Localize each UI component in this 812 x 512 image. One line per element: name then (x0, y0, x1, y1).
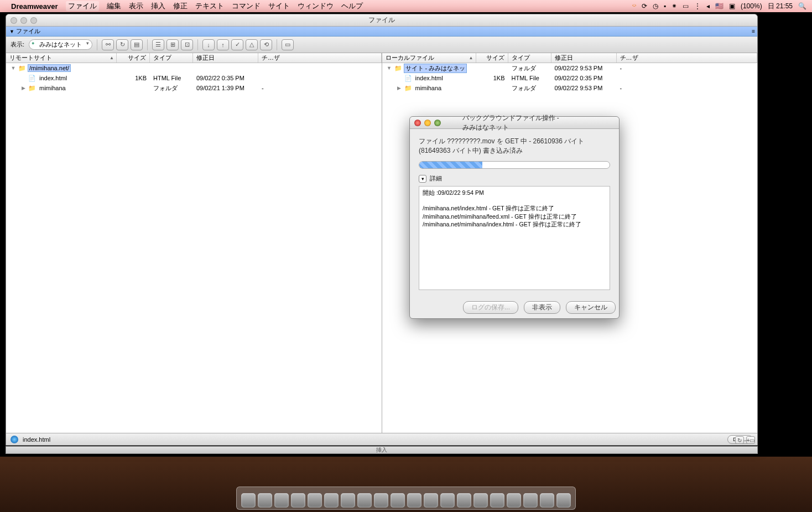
view-list-button[interactable]: ☰ (152, 39, 164, 50)
menu-edit[interactable]: 編集 (107, 1, 121, 11)
table-row[interactable]: ▼ 📁 /mimihana.net/ (6, 63, 382, 73)
dock-item[interactable] (473, 493, 488, 508)
status-refresh-icon[interactable]: ↻ (735, 436, 744, 444)
disclosure-icon[interactable]: ▶ (20, 85, 26, 91)
dock-item[interactable] (291, 493, 305, 508)
flag-icon[interactable]: 🇺🇸 (715, 2, 723, 10)
connect-button[interactable]: ⚯ (102, 39, 114, 50)
col-name[interactable]: ローカルファイル (382, 53, 476, 63)
expand-button[interactable]: ▭ (282, 39, 294, 50)
view-tree-button[interactable]: ⊡ (181, 39, 193, 50)
sync-icon[interactable]: ⟳ (642, 2, 647, 10)
col-modified[interactable]: 修正日 (551, 53, 617, 63)
col-size[interactable]: サイズ (476, 53, 508, 63)
display-icon[interactable]: ▭ (683, 2, 689, 10)
dock-item[interactable] (308, 493, 322, 508)
disclosure-icon[interactable]: ▶ (397, 85, 402, 91)
close-icon[interactable] (414, 120, 421, 126)
clock-icon[interactable]: ◷ (653, 2, 658, 10)
checkout-button[interactable]: ✓ (231, 39, 243, 50)
dock-item[interactable] (324, 493, 339, 508)
bluetooth-icon[interactable]: ⁕ (672, 2, 677, 10)
put-button[interactable]: ↑ (217, 39, 229, 50)
app-name[interactable]: Dreamweaver (11, 2, 58, 11)
col-checked[interactable]: チ…ザ (617, 53, 758, 63)
table-row[interactable]: 📄 index.html 1KB HTML File 09/02/22 0:35… (382, 73, 758, 83)
disclosure-icon[interactable]: ▼ (9, 29, 14, 34)
cancel-button[interactable]: キャンセル (566, 301, 616, 314)
dock-item[interactable] (258, 493, 272, 508)
status-icon[interactable]: ▪ (664, 2, 666, 10)
insert-panel-collapsed[interactable]: 挿入 (6, 446, 758, 454)
zoom-icon[interactable] (434, 120, 441, 126)
checkin-button[interactable]: △ (246, 39, 258, 50)
dock-item[interactable] (556, 493, 571, 508)
wifi-icon[interactable]: ⌔ (632, 2, 636, 10)
file-icon: 📄 (28, 74, 37, 82)
site-select[interactable]: みみはなネット (29, 39, 92, 50)
battery-icon[interactable]: ▣ (729, 2, 735, 10)
panel-header[interactable]: ▼ ファイル ≡ (6, 27, 757, 37)
table-row[interactable]: ▶ 📁 mimihana フォルダ 09/02/22 9:53 PM - (382, 83, 758, 93)
minimize-icon[interactable] (424, 120, 431, 126)
col-type[interactable]: タイプ (150, 53, 193, 63)
dock-item[interactable] (523, 493, 538, 508)
dock-item[interactable] (457, 493, 471, 508)
table-row[interactable]: ▼ 📁 サイト - みみはなネッ フォルダ 09/02/22 9:53 PM - (382, 63, 758, 73)
dock-item[interactable] (507, 493, 521, 508)
dock-item[interactable] (374, 493, 388, 508)
table-row[interactable]: 📄 index.html 1KB HTML File 09/02/22 0:35… (6, 73, 382, 83)
col-size[interactable]: サイズ (117, 53, 150, 63)
dock-item[interactable] (357, 493, 372, 508)
get-button[interactable]: ↓ (202, 39, 215, 50)
chevron-down-icon[interactable]: ▾ (419, 175, 426, 183)
table-row[interactable]: ▶ 📁 mimihana フォルダ 09/02/21 1:39 PM - (6, 83, 382, 93)
ftp-log-button[interactable]: ▤ (131, 39, 143, 50)
window-titlebar[interactable]: ファイル (6, 14, 757, 27)
dock-item[interactable] (424, 493, 438, 508)
menu-commands[interactable]: コマンド (232, 1, 261, 11)
col-type[interactable]: タイプ (508, 53, 551, 63)
transfer-log[interactable]: 開始 :09/02/22 9:54 PM /mimihana.net/index… (419, 186, 610, 290)
sync-button[interactable]: ⟲ (260, 39, 272, 50)
dock-item[interactable] (540, 493, 554, 508)
status-expand-icon[interactable]: +▭ (746, 436, 755, 444)
dialog-titlebar[interactable]: バックグラウンドファイル操作 - みみはなネット (410, 117, 619, 129)
dock-item[interactable] (391, 493, 405, 508)
dock[interactable] (236, 487, 576, 510)
menu-window[interactable]: ウィンドウ (298, 1, 334, 11)
disclosure-icon[interactable]: ▼ (387, 65, 392, 71)
disclosure-icon[interactable]: ▼ (11, 65, 16, 71)
details-toggle[interactable]: ▾ 詳細 (419, 174, 610, 183)
view-grid-button[interactable]: ⊞ (166, 39, 179, 50)
menu-help[interactable]: ヘルプ (341, 1, 363, 11)
menu-modify[interactable]: 修正 (173, 1, 188, 11)
dock-item[interactable] (440, 493, 455, 508)
globe-icon[interactable] (11, 436, 18, 443)
spotlight-icon[interactable]: 🔍 (798, 2, 806, 10)
menu-file[interactable]: ファイル (66, 1, 99, 11)
save-log-button[interactable]: ログの保存... (463, 301, 518, 314)
close-icon[interactable] (11, 17, 17, 24)
dock-item[interactable] (241, 493, 256, 508)
dock-item[interactable] (274, 493, 289, 508)
panel-menu-icon[interactable]: ≡ (752, 28, 755, 34)
clock-text[interactable]: 日 21:55 (768, 2, 793, 11)
menu-site[interactable]: サイト (268, 1, 290, 11)
minimize-icon[interactable] (20, 17, 27, 24)
col-name[interactable]: リモートサイト (6, 53, 117, 63)
remote-tree[interactable]: ▼ 📁 /mimihana.net/ 📄 index.html 1KB HTML… (6, 63, 382, 433)
dock-item[interactable] (341, 493, 355, 508)
refresh-button[interactable]: ↻ (116, 39, 128, 50)
col-modified[interactable]: 修正日 (193, 53, 258, 63)
menu-text[interactable]: テキスト (195, 1, 224, 11)
menu-insert[interactable]: 挿入 (151, 1, 165, 11)
zoom-icon[interactable] (30, 17, 37, 24)
dock-item[interactable] (407, 493, 421, 508)
hide-button[interactable]: 非表示 (524, 301, 560, 314)
col-checked[interactable]: チ…ザ (258, 53, 382, 63)
dock-item[interactable] (490, 493, 504, 508)
menu-view[interactable]: 表示 (129, 1, 143, 11)
volume-icon[interactable]: ◂ (706, 2, 710, 10)
airport-icon[interactable]: ⋮ (694, 2, 701, 10)
